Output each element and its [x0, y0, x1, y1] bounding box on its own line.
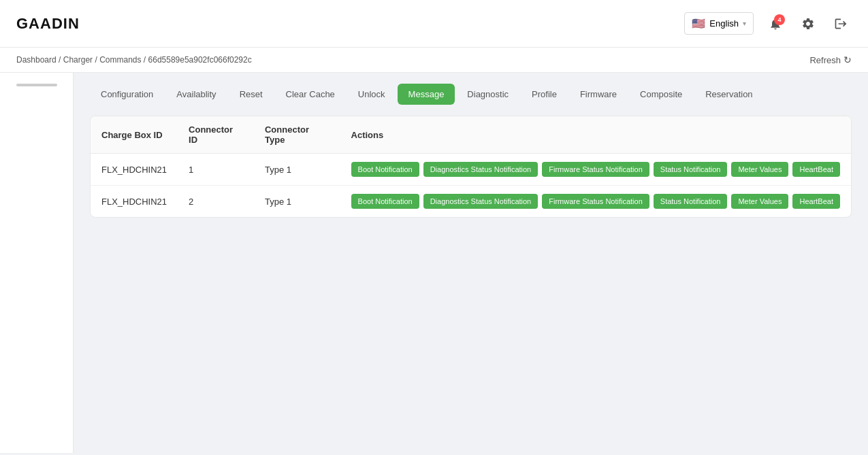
- layout: ConfigurationAvailablityResetClear Cache…: [0, 73, 868, 453]
- chevron-down-icon: ▾: [743, 20, 746, 27]
- col-connector-type: Connector Type: [254, 116, 340, 154]
- table-header: Charge Box ID Connector ID Connector Typ…: [91, 116, 851, 154]
- tab-unlock[interactable]: Unlock: [347, 84, 396, 105]
- cell-charge-box-id: FLX_HDCHIN21: [91, 186, 178, 218]
- logout-icon: [834, 17, 848, 31]
- logo: GAADIN: [16, 15, 80, 33]
- table-row: FLX_HDCHIN211Type 1Boot NotificationDiag…: [91, 154, 851, 186]
- breadcrumb: Dashboard / Charger / Commands / 66d5589…: [16, 55, 252, 65]
- action-button-boot-notification[interactable]: Boot Notification: [351, 194, 419, 209]
- tab-profile[interactable]: Profile: [521, 84, 568, 105]
- tab-reset[interactable]: Reset: [229, 84, 274, 105]
- tab-configuration[interactable]: Configuration: [90, 84, 164, 105]
- col-charge-box-id: Charge Box ID: [91, 116, 178, 154]
- logout-button[interactable]: [830, 13, 852, 35]
- action-button-heartbeat[interactable]: HeartBeat: [792, 194, 840, 209]
- tab-diagnostic[interactable]: Diagnostic: [456, 84, 519, 105]
- action-button-status-notification[interactable]: Status Notification: [654, 162, 728, 177]
- flag-icon: 🇺🇸: [692, 17, 705, 30]
- action-button-meter-values[interactable]: Meter Values: [731, 162, 788, 177]
- cell-connector-type: Type 1: [254, 186, 340, 218]
- notification-badge: 4: [774, 14, 785, 25]
- refresh-icon: ↻: [843, 54, 852, 65]
- tabs: ConfigurationAvailablityResetClear Cache…: [90, 84, 852, 105]
- refresh-button[interactable]: Refresh ↻: [809, 54, 852, 65]
- main-content: ConfigurationAvailablityResetClear Cache…: [74, 73, 868, 453]
- action-button-heartbeat[interactable]: HeartBeat: [792, 162, 840, 177]
- header: GAADIN 🇺🇸 English ▾ 4: [0, 0, 868, 48]
- action-button-status-notification[interactable]: Status Notification: [654, 194, 728, 209]
- action-button-diagnostics-status-notification[interactable]: Diagnostics Status Notification: [423, 162, 539, 177]
- breadcrumb-dashboard[interactable]: Dashboard: [16, 55, 57, 65]
- sidebar-scroll-indicator: [16, 84, 57, 86]
- action-button-meter-values[interactable]: Meter Values: [731, 194, 788, 209]
- tab-message[interactable]: Message: [398, 84, 455, 105]
- table-body: FLX_HDCHIN211Type 1Boot NotificationDiag…: [91, 154, 851, 218]
- message-table: Charge Box ID Connector ID Connector Typ…: [91, 116, 851, 217]
- cell-connector-id: 1: [178, 154, 254, 186]
- col-connector-id: Connector ID: [178, 116, 254, 154]
- cell-actions: Boot NotificationDiagnostics Status Noti…: [340, 186, 851, 218]
- language-label: English: [709, 18, 739, 29]
- language-selector[interactable]: 🇺🇸 English ▾: [684, 12, 754, 35]
- action-button-firmware-status-notification[interactable]: Firmware Status Notification: [542, 162, 649, 177]
- refresh-label: Refresh: [809, 55, 841, 65]
- action-button-diagnostics-status-notification[interactable]: Diagnostics Status Notification: [423, 194, 539, 209]
- breadcrumb-commands[interactable]: Commands: [99, 55, 141, 65]
- cell-charge-box-id: FLX_HDCHIN21: [91, 154, 178, 186]
- notification-button[interactable]: 4: [765, 13, 786, 35]
- breadcrumb-id: 66d5589e5a902fc066f0292c: [148, 55, 252, 65]
- cell-connector-type: Type 1: [254, 154, 340, 186]
- action-button-firmware-status-notification[interactable]: Firmware Status Notification: [542, 194, 649, 209]
- breadcrumb-charger[interactable]: Charger: [63, 55, 93, 65]
- table-container: Charge Box ID Connector ID Connector Typ…: [90, 116, 852, 218]
- settings-button[interactable]: [797, 13, 819, 35]
- gear-icon: [801, 17, 815, 31]
- cell-connector-id: 2: [178, 186, 254, 218]
- sidebar: [0, 73, 74, 453]
- tab-clear-cache[interactable]: Clear Cache: [275, 84, 346, 105]
- cell-actions: Boot NotificationDiagnostics Status Noti…: [340, 154, 851, 186]
- tab-reservation[interactable]: Reservation: [694, 84, 763, 105]
- tab-availability[interactable]: Availablity: [165, 84, 227, 105]
- actions-cell: Boot NotificationDiagnostics Status Noti…: [351, 194, 840, 209]
- tab-composite[interactable]: Composite: [629, 84, 693, 105]
- header-right: 🇺🇸 English ▾ 4: [684, 12, 852, 35]
- actions-cell: Boot NotificationDiagnostics Status Noti…: [351, 162, 840, 177]
- breadcrumb-bar: Dashboard / Charger / Commands / 66d5589…: [0, 48, 868, 73]
- tab-firmware[interactable]: Firmware: [569, 84, 628, 105]
- action-button-boot-notification[interactable]: Boot Notification: [351, 162, 419, 177]
- table-row: FLX_HDCHIN212Type 1Boot NotificationDiag…: [91, 186, 851, 218]
- col-actions: Actions: [340, 116, 851, 154]
